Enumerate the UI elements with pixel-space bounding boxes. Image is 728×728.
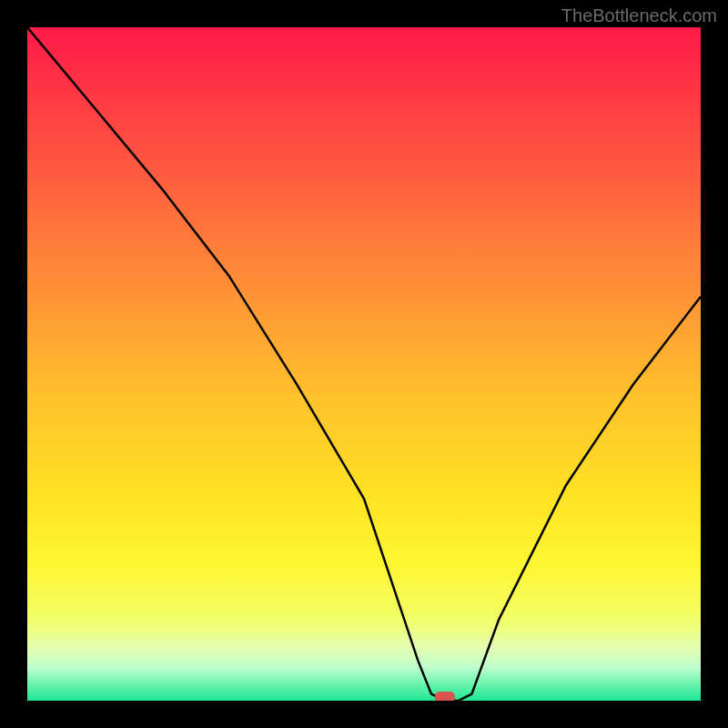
plot-area xyxy=(27,27,701,701)
optimal-marker xyxy=(435,692,455,701)
chart-svg xyxy=(27,27,701,701)
attribution-label: TheBottleneck.com xyxy=(561,5,717,26)
gradient-background xyxy=(27,27,701,701)
chart-container: TheBottleneck.com xyxy=(0,0,728,728)
